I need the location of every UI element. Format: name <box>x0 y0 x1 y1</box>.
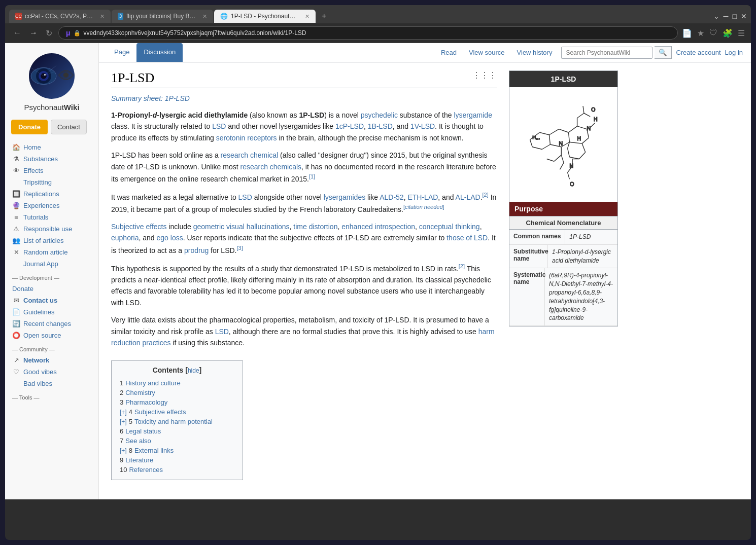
sidebar-item-replications[interactable]: 🔲 Replications <box>5 188 98 200</box>
toc-link-9[interactable]: Literature <box>125 456 153 464</box>
cite-1[interactable]: [1] <box>309 173 315 179</box>
sidebar-item-contact-us[interactable]: ✉ Contact us <box>5 295 98 306</box>
link-geometric[interactable]: geometric visual hallucinations <box>193 223 290 231</box>
read-button[interactable]: Read <box>436 44 462 61</box>
tab-2[interactable]: ₿ flip your bitcoins| Buy Bitcoins f... … <box>112 10 213 23</box>
close-icon[interactable]: ✕ <box>741 12 747 20</box>
minimize-icon[interactable]: ─ <box>724 12 729 20</box>
sidebar-item-effects[interactable]: 👁 Effects <box>5 165 98 176</box>
toc-link-7[interactable]: See also <box>125 437 151 445</box>
link-allad[interactable]: AL-LAD <box>456 193 480 201</box>
sidebar-item-substances[interactable]: ⚗ Substances <box>5 153 98 165</box>
search-button[interactable]: 🔍 <box>655 46 672 59</box>
forward-button[interactable]: → <box>27 27 40 39</box>
link-euphoria[interactable]: euphoria <box>111 234 139 242</box>
toc-link-2[interactable]: Chemistry <box>125 389 155 396</box>
address-bar: ← → ↻ μ 🔒 vvedndyt433kopnhv6vejxnut54y57… <box>5 23 751 43</box>
sidebar-item-open-source[interactable]: ⭕ Open source <box>5 330 98 341</box>
sidebar-item-tripsitting[interactable]: Tripsitting <box>5 176 98 188</box>
link-ego-loss[interactable]: ego loss <box>157 234 183 242</box>
link-1blsd[interactable]: 1B-LSD <box>368 122 393 130</box>
tab-2-close[interactable]: ✕ <box>202 13 207 20</box>
toc-link-4[interactable]: Subjective effects <box>134 408 186 416</box>
toc-link-3[interactable]: Pharmacology <box>125 398 167 406</box>
link-those-of-lsd[interactable]: those of LSD <box>446 234 488 242</box>
toc-link-8[interactable]: External links <box>134 447 174 454</box>
summary-link[interactable]: Summary sheet: 1P-LSD <box>111 94 497 102</box>
link-introspection[interactable]: enhanced introspection <box>341 223 415 231</box>
sidebar-item-network[interactable]: ↗ Network <box>5 354 98 366</box>
refresh-button[interactable]: ↻ <box>44 27 54 39</box>
url-bar[interactable]: μ 🔒 vvedndyt433kopnhv6vejxnut54y5752vpxs… <box>58 26 678 40</box>
sidebar-item-journal-app[interactable]: Journal App <box>5 258 98 270</box>
link-lsd-2[interactable]: LSD <box>238 193 252 201</box>
login-link[interactable]: Log in <box>725 49 743 56</box>
tab-discussion[interactable]: Discussion <box>136 43 183 62</box>
link-1vlsd[interactable]: 1V-LSD <box>410 122 435 130</box>
sidebar-item-home[interactable]: 🏠 Home <box>5 141 98 153</box>
link-research-chemicals[interactable]: research chemicals <box>240 163 301 171</box>
menu-icon[interactable]: ☰ <box>738 28 745 38</box>
sidebar-item-donate[interactable]: Donate <box>5 283 98 295</box>
maximize-icon[interactable]: □ <box>733 12 737 20</box>
tab-3[interactable]: 🌐 1P-LSD - PsychonautWiki ✕ <box>214 10 316 23</box>
reader-mode-icon[interactable]: 📄 <box>682 28 692 38</box>
extension-icon[interactable]: 🧩 <box>723 28 733 38</box>
cite-4[interactable]: [2] <box>459 263 465 269</box>
edit-icon[interactable]: ⋮⋮⋮ <box>472 70 497 80</box>
link-serotonin[interactable]: serotonin receptors <box>216 134 277 142</box>
sidebar-item-good-vibes-label: Good vibes <box>23 368 57 376</box>
sidebar-item-tutorials[interactable]: ≡ Tutorials <box>5 211 98 223</box>
sidebar-item-recent-changes[interactable]: 🔄 Recent changes <box>5 318 98 330</box>
view-history-button[interactable]: View history <box>512 44 558 61</box>
link-1cplsd[interactable]: 1cP-LSD <box>335 122 364 130</box>
bookmark-icon[interactable]: ★ <box>697 28 704 38</box>
cite-3[interactable]: [3] <box>236 245 243 251</box>
link-research-chemical[interactable]: research chemical <box>221 151 279 159</box>
sidebar-item-list-of-articles[interactable]: 👥 List of articles <box>5 235 98 246</box>
link-conceptual[interactable]: conceptual thinking <box>419 223 480 231</box>
toc-hide-button[interactable]: hide <box>188 367 199 374</box>
link-psychedelic[interactable]: psychedelic <box>361 111 398 119</box>
sidebar-item-responsible-use[interactable]: ⚠ Responsible use <box>5 223 98 235</box>
sidebar-item-guidelines[interactable]: 📄 Guidelines <box>5 306 98 318</box>
tools-divider: — Tools — <box>5 390 98 402</box>
new-tab-button[interactable]: + <box>317 9 331 23</box>
link-subjective-effects[interactable]: Subjective effects <box>111 223 166 231</box>
toc-link-6[interactable]: Legal status <box>125 427 161 435</box>
tab-3-close[interactable]: ✕ <box>305 13 310 20</box>
link-ald52[interactable]: ALD-52 <box>380 193 403 201</box>
cite-2[interactable]: [2] <box>483 192 489 198</box>
sidebar-item-good-vibes[interactable]: ♡ Good vibes <box>5 366 98 378</box>
view-source-button[interactable]: View source <box>464 44 510 61</box>
svg-line-12 <box>532 147 542 150</box>
link-lysergamide[interactable]: lysergamide <box>454 111 492 119</box>
contact-button[interactable]: Contact <box>51 120 87 134</box>
donate-button[interactable]: Donate <box>11 120 48 134</box>
link-lsd-3[interactable]: LSD <box>215 328 229 336</box>
tab-page[interactable]: Page <box>107 43 136 62</box>
svg-text:O: O <box>570 181 574 187</box>
link-time-distortion[interactable]: time distortion <box>293 223 337 231</box>
link-lsd[interactable]: LSD <box>212 122 226 130</box>
sidebar-item-bad-vibes[interactable]: Bad vibes <box>5 378 98 389</box>
tab-overflow-icon[interactable]: ⌄ <box>713 12 719 20</box>
create-account-link[interactable]: Create account <box>676 49 720 56</box>
para-1: 1-Propionyl-d-lysergic acid diethylamide… <box>111 110 497 143</box>
search-input[interactable] <box>561 47 652 59</box>
tab-1-close[interactable]: ✕ <box>100 13 105 20</box>
sidebar-item-network-label: Network <box>23 356 49 364</box>
sidebar-item-random-article[interactable]: ✕ Random article <box>5 246 98 258</box>
shield-icon[interactable]: 🛡 <box>709 28 717 38</box>
toc-link-10[interactable]: References <box>129 466 162 474</box>
link-lysergamides-2[interactable]: lysergamides <box>324 193 365 201</box>
sidebar-item-experiences[interactable]: 🔮 Experiences <box>5 200 98 211</box>
toc-link-1[interactable]: History and culture <box>125 379 180 387</box>
svg-line-9 <box>539 132 549 135</box>
tab-1[interactable]: CC ccPal - CCs, CVV2s, PayP... ✕ <box>9 10 111 23</box>
link-harm-reduction[interactable]: harm reduction practices <box>111 328 495 347</box>
link-ethlad[interactable]: ETH-LAD <box>407 193 438 201</box>
link-prodrug[interactable]: prodrug <box>184 246 209 255</box>
back-button[interactable]: ← <box>11 27 23 39</box>
toc-link-5[interactable]: Toxicity and harm potential <box>134 418 213 425</box>
